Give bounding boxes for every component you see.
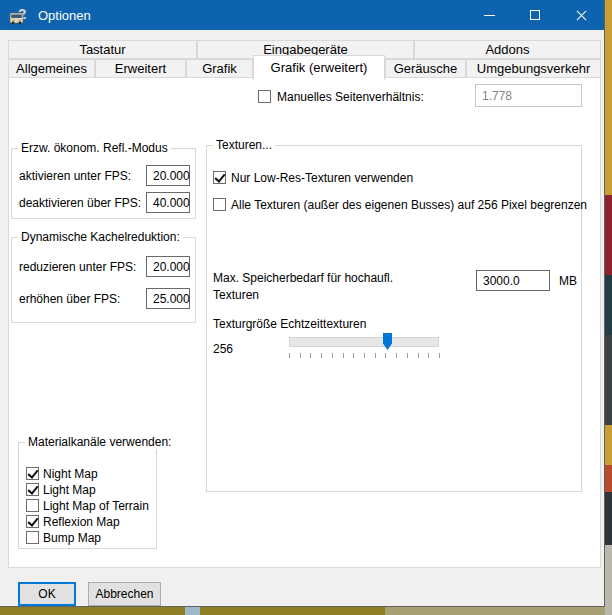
night-map-checkbox[interactable]	[26, 467, 39, 480]
maximize-button[interactable]	[512, 0, 558, 30]
window-title: Optionen	[38, 8, 91, 23]
max-memory-label: Max. Speicherbedarf für hochaufl. Textur…	[213, 270, 423, 304]
tab-addons[interactable]: Addons	[414, 40, 601, 59]
group-econ-reflection: Erzw. ökonom. Refl.-Modus aktivieren unt…	[11, 148, 196, 219]
bump-map-checkbox[interactable]	[26, 531, 39, 544]
desktop-background-bottom	[0, 607, 605, 615]
minimize-button[interactable]	[466, 0, 512, 30]
ok-button[interactable]: OK	[18, 582, 76, 606]
reduce-under-fps-input[interactable]: 20.000	[146, 256, 190, 277]
desktop-background-right	[605, 0, 612, 615]
reduce-under-fps-label: reduzieren unter FPS:	[19, 260, 136, 274]
deactivate-over-fps-label: deaktivieren über FPS:	[19, 196, 141, 210]
bump-map-label: Bump Map	[43, 531, 101, 545]
group-tile-reduction: Dynamische Kachelreduktion: reduzieren u…	[11, 237, 196, 323]
light-map-checkbox[interactable]	[26, 483, 39, 496]
tab-tastatur[interactable]: Tastatur	[8, 40, 197, 59]
aspect-ratio-input[interactable]: 1.778	[475, 84, 582, 107]
maximize-icon	[530, 10, 540, 20]
light-map-label: Light Map	[43, 483, 96, 497]
cancel-button[interactable]: Abbrechen	[88, 582, 161, 606]
realtime-texture-size-label: Texturgröße Echtzeittexturen	[213, 317, 366, 331]
group-tile-reduction-title: Dynamische Kachelreduktion:	[18, 230, 183, 244]
limit-256px-checkbox[interactable]	[213, 198, 226, 211]
increase-over-fps-label: erhöhen über FPS:	[19, 292, 120, 306]
deactivate-over-fps-input[interactable]: 40.000	[146, 192, 190, 213]
manual-aspect-ratio-label: Manuelles Seitenverhältnis:	[277, 90, 424, 104]
tab-umgebungsverkehr[interactable]: Umgebungsverkehr	[466, 59, 601, 78]
tab-grafik[interactable]: Grafik	[186, 59, 253, 78]
increase-over-fps-input[interactable]: 25.000	[146, 288, 190, 309]
texture-size-slider-ticks	[289, 353, 441, 358]
app-bus-icon: 2	[9, 5, 31, 25]
light-map-terrain-label: Light Map of Terrain	[43, 499, 149, 513]
options-dialog: 2 Optionen Tastatur Eingabegeräte Addons…	[0, 0, 605, 607]
light-map-terrain-checkbox[interactable]	[26, 499, 39, 512]
tab-erweitert[interactable]: Erweitert	[95, 59, 186, 78]
title-bar[interactable]: 2 Optionen	[0, 0, 604, 30]
texture-size-slider-thumb[interactable]	[383, 333, 392, 350]
max-memory-input[interactable]: 3000.0	[476, 270, 550, 291]
texture-size-slider-track[interactable]	[289, 337, 439, 347]
max-memory-unit-label: MB	[559, 274, 577, 288]
low-res-textures-checkbox[interactable]	[213, 171, 226, 184]
group-textures-title: Texturen...	[213, 138, 275, 152]
activate-under-fps-label: aktivieren unter FPS:	[19, 169, 131, 183]
group-material-channels-title: Materialkanäle verwenden:	[25, 435, 174, 449]
activate-under-fps-input[interactable]: 20.000	[146, 165, 190, 186]
low-res-textures-label: Nur Low-Res-Texturen verwenden	[231, 171, 413, 185]
close-button[interactable]	[558, 0, 604, 30]
minimize-icon	[484, 15, 495, 16]
tab-geraeusche[interactable]: Geräusche	[385, 59, 466, 78]
night-map-label: Night Map	[43, 467, 98, 481]
tab-allgemeines[interactable]: Allgemeines	[8, 59, 95, 78]
group-material-channels: Materialkanäle verwenden: Night Map Ligh…	[18, 442, 157, 549]
manual-aspect-ratio-checkbox[interactable]	[258, 90, 271, 103]
reflexion-map-label: Reflexion Map	[43, 515, 120, 529]
group-textures: Texturen... Nur Low-Res-Texturen verwend…	[206, 145, 582, 492]
group-econ-reflection-title: Erzw. ökonom. Refl.-Modus	[18, 141, 171, 155]
tab-grafik-erweitert[interactable]: Grafik (erweitert)	[253, 55, 385, 80]
limit-256px-label: Alle Texturen (außer des eigenen Busses)…	[231, 198, 587, 212]
reflexion-map-checkbox[interactable]	[26, 515, 39, 528]
realtime-texture-size-value: 256	[213, 342, 233, 356]
